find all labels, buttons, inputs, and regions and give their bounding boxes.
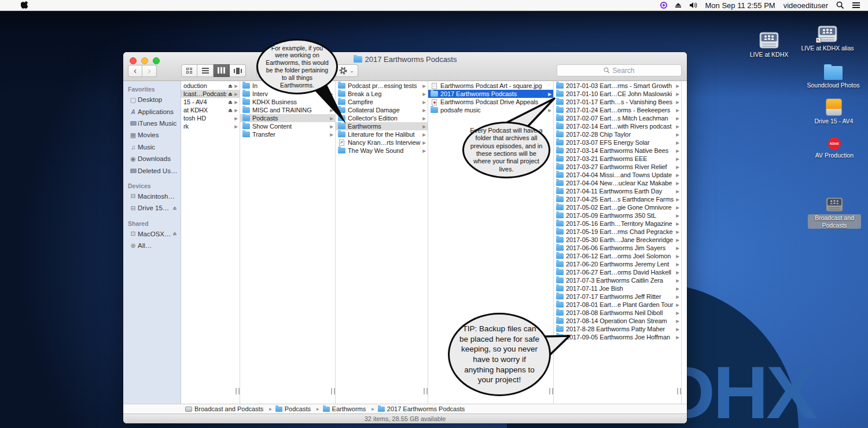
- path-bar-item[interactable]: 2017 Earthworms Podcasts▸: [378, 405, 465, 412]
- column-item[interactable]: 2017-8-28 Earthworms Patty Maher▶: [554, 325, 681, 333]
- column-resize-handle[interactable]: [331, 388, 335, 394]
- column-item[interactable]: 2017-05-16 Earth…Territory Magazine▶: [554, 220, 681, 228]
- sidebar-item[interactable]: Downloads: [123, 153, 181, 164]
- column-item[interactable]: 2017-05-30 Earth…Jane Breckenridge▶: [554, 236, 681, 244]
- column-item[interactable]: KDHX Business▶: [240, 98, 335, 106]
- column-item[interactable]: 2017-08-08 Earthworms Neil Diboll▶: [554, 309, 681, 317]
- sidebar-item[interactable]: iTunes Music: [123, 118, 181, 129]
- desktop-icon-soundcloud-photos[interactable]: Soundcloud Photos: [807, 66, 860, 89]
- column-item[interactable]: 2017-05-02 Eart…gie Gone Omnivore▶: [554, 203, 681, 211]
- sidebar-item[interactable]: MacOSX…: [123, 228, 181, 240]
- column-item[interactable]: 2017-01-10 Eart…CE John Maslowski▶: [554, 90, 681, 98]
- column-resize-handle[interactable]: [236, 388, 240, 394]
- column-item[interactable]: 2017-02-07 Eart…s Mitch Leachman▶: [554, 114, 681, 122]
- column-item[interactable]: 2017-08-01 Eart…e Plant Garden Tour▶: [554, 301, 681, 309]
- column-item[interactable]: lcast…Podcasts▶: [181, 90, 240, 98]
- column-item[interactable]: 15 - AV4▶: [181, 98, 240, 106]
- column-item[interactable]: 2017-01-03 Eart…rms - Smart Growth▶: [554, 82, 681, 90]
- column-resize-handle[interactable]: [677, 388, 681, 394]
- column-item[interactable]: 2017-02-28 Chip Taylor▶: [554, 130, 681, 138]
- sidebar-item[interactable]: Movies: [123, 129, 181, 141]
- desktop-icon-av-production[interactable]: KDHX AV Production: [808, 137, 861, 159]
- column-item[interactable]: MISC and TRAINING▶: [240, 106, 335, 114]
- column-resize-handle[interactable]: [424, 388, 428, 394]
- sidebar-item[interactable]: Deleted Us…: [123, 164, 181, 176]
- column-item[interactable]: 2017-03-14 Earthworms Native Bees▶: [554, 147, 681, 155]
- notification-center-icon[interactable]: [852, 1, 860, 9]
- column-item[interactable]: at KDHX▶: [181, 106, 240, 114]
- column-item[interactable]: 2017-06-27 Eart…orms David Haskell▶: [554, 268, 681, 276]
- icon-view-button[interactable]: [181, 64, 197, 77]
- path-bar-item[interactable]: Broadcast and Podcasts▸: [185, 405, 275, 412]
- column-item[interactable]: 2017 Earthworms Podcasts▶: [428, 90, 553, 98]
- column-item[interactable]: oduction▶: [181, 82, 240, 90]
- column-item[interactable]: 2017-04-25 Eart…s Earthdance Farms▶: [554, 195, 681, 203]
- column-item[interactable]: Campfire▶: [336, 98, 428, 106]
- list-view-button[interactable]: [197, 64, 214, 77]
- column-item[interactable]: 2017-02-14 Eart…with Rivers podcast▶: [554, 122, 681, 130]
- apple-menu-icon[interactable]: [21, 1, 28, 10]
- desktop-icon-drive-15-av4[interactable]: Drive 15 - AV4: [807, 98, 860, 125]
- back-button[interactable]: ‹: [128, 65, 142, 77]
- column-item[interactable]: The Way We Sound▶: [336, 147, 428, 155]
- column-item[interactable]: Earthworms▶: [336, 122, 428, 130]
- desktop-icon-live-at-kdhx[interactable]: LIVE at KDHX: [742, 32, 796, 58]
- sidebar-item[interactable]: All…: [123, 240, 181, 251]
- column-item[interactable]: Break a Leg▶: [336, 90, 428, 98]
- sidebar-item[interactable]: Macintosh…: [123, 191, 181, 202]
- column-item[interactable]: Show Content▶: [240, 122, 335, 130]
- eject-icon[interactable]: [173, 232, 176, 235]
- column-item[interactable]: 2017-01-24 Eart…orms - Beekeepers▶: [554, 106, 681, 114]
- column-item[interactable]: Nancy Kran…rts Interview▶: [336, 138, 428, 147]
- column-item[interactable]: 2017-03-27 Earthworms River Relief▶: [554, 163, 681, 171]
- column-item[interactable]: 2017-06-20 Earthworms Jeremy Lent▶: [554, 260, 681, 268]
- column-item[interactable]: 2017-07-3 Earthworms Caitlin Zera▶: [554, 276, 681, 284]
- column-item[interactable]: 2017-07-17 Earthworms Jeff Ritter▶: [554, 292, 681, 301]
- eject-icon[interactable]: [229, 100, 232, 103]
- column-item[interactable]: 2017-03-21 Earthworms EEE▶: [554, 155, 681, 163]
- path-bar-item[interactable]: Podcasts▸: [275, 405, 323, 412]
- volume-icon[interactable]: [689, 2, 697, 9]
- search-input[interactable]: Search: [557, 64, 682, 76]
- column-item[interactable]: Earthworms Podcast Art - square.jpg▶: [428, 82, 553, 90]
- column-item[interactable]: 2017-04-11 Earthworms Earth Day▶: [554, 187, 681, 195]
- eject-icon[interactable]: [229, 84, 232, 87]
- path-bar-item[interactable]: Earthworms▸: [323, 405, 378, 412]
- spotlight-search-icon[interactable]: [836, 1, 844, 9]
- sidebar-item[interactable]: Music: [123, 141, 181, 153]
- desktop-icon-broadcast-and-podcasts[interactable]: Broadcast and Podcasts: [808, 197, 861, 230]
- sidebar-item[interactable]: Desktop: [123, 94, 181, 105]
- eject-icon[interactable]: [229, 108, 232, 111]
- eject-menu-icon[interactable]: [675, 3, 681, 8]
- column-item[interactable]: Collector's Edition▶: [336, 114, 428, 122]
- column-item[interactable]: Literature for the Halibut▶: [336, 130, 428, 138]
- eject-icon[interactable]: [173, 207, 176, 210]
- column-item[interactable]: 2017-06-12 Eart…orms Joel Solomon▶: [554, 252, 681, 260]
- column-item[interactable]: 2017-08-14 Operation Clean Stream▶: [554, 317, 681, 325]
- column-resize-handle[interactable]: [549, 388, 553, 394]
- eject-icon[interactable]: [229, 92, 232, 95]
- column-item[interactable]: Collateral Damage▶: [336, 106, 428, 114]
- column-item[interactable]: 2017-09-05 Earthworms Joe Hoffman▶: [554, 333, 681, 341]
- column-item[interactable]: Podcasts▶: [240, 114, 335, 122]
- sidebar-item[interactable]: Applications: [123, 105, 181, 117]
- coverflow-view-button[interactable]: [230, 64, 246, 77]
- forward-button[interactable]: ›: [142, 65, 157, 77]
- column-item[interactable]: Transfer▶: [240, 130, 335, 138]
- column-item[interactable]: 2017-05-19 Eart…rms Chad Pegracke▶: [554, 228, 681, 236]
- column-item[interactable]: 2017-06-06 Earthworms Jim Sayers▶: [554, 244, 681, 252]
- column-item[interactable]: Podcast pr…essing tests▶: [336, 82, 428, 90]
- recording-app-menu-icon[interactable]: [660, 2, 667, 9]
- column-item[interactable]: podsafe music▶: [428, 106, 553, 114]
- desktop-icon-live-at-kdhx-alias[interactable]: ↖ LIVE at KDHX alias: [801, 25, 854, 52]
- column-item[interactable]: 2017-04-04 New…uclear Kaz Makabe▶: [554, 179, 681, 187]
- action-gear-button[interactable]: ⌄: [335, 64, 358, 77]
- column-item[interactable]: 2017-03-07 EFS Energy Solar▶: [554, 138, 681, 147]
- menu-clock[interactable]: Mon Sep 11 2:55 PM: [705, 1, 775, 10]
- column-item[interactable]: 2017-01-17 Earth…s - Vanishing Bees▶: [554, 98, 681, 106]
- column-item[interactable]: tosh HD▶: [181, 114, 240, 122]
- column-view-button[interactable]: [214, 64, 230, 77]
- column-item[interactable]: Earthworms Podcast Drive Appeals▶: [428, 98, 553, 106]
- column-item[interactable]: rk▶: [181, 122, 240, 130]
- column-item[interactable]: 2017-05-09 Earthworms 350 StL▶: [554, 211, 681, 220]
